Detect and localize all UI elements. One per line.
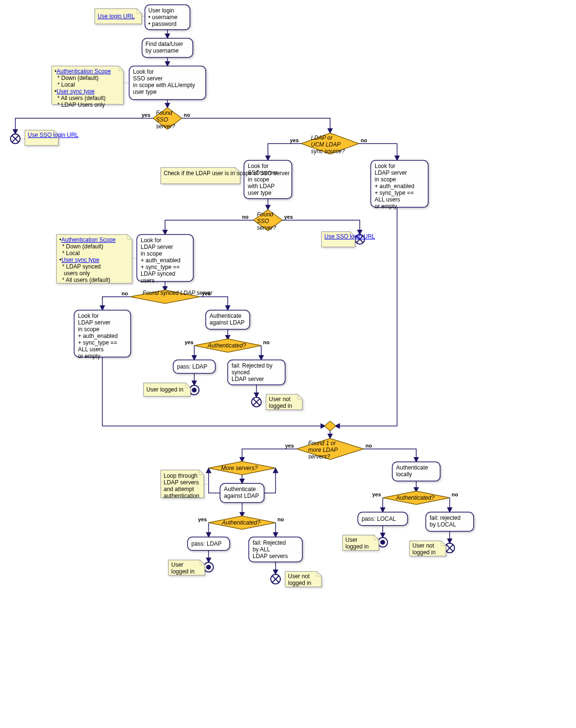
svg-text:yes: yes [202,291,210,296]
svg-text:yes: yes [198,516,207,522]
t-failSynced: fail: Rejected by [232,362,272,369]
svg-text:Authenticateagainst LDAP: Authenticateagainst LDAP [224,486,259,499]
t-authLdap1: Authenticate [210,313,242,319]
svg-text:no: no [452,492,458,497]
svg-text:pass: LOCAL: pass: LOCAL [362,515,396,522]
t-d-found1more: Found 1 or [308,440,336,447]
t-authLdap2: Authenticate [224,486,256,493]
t-failAll: fail: Rejected [253,539,286,546]
t-lookSsoAll: Look for [133,68,154,75]
t-n-ssoUrl2[interactable]: Use SSO login URL [324,233,375,240]
t-failLocal: fail: rejected [430,515,461,521]
t-d-more: More servers? [221,465,258,471]
svg-text:yes: yes [285,443,294,448]
svg-text:Authenticateagainst LDAP: Authenticateagainst LDAP [210,313,244,326]
svg-text:no: no [242,214,249,220]
t-n-loginUrl[interactable]: Use login URL [98,13,135,20]
svg-text:User logged in: User logged in [146,386,183,393]
svg-text:Find data/Userby username: Find data/Userby username [145,41,183,54]
svg-text:User notlogged in: User notlogged in [412,542,436,556]
t-n-loop: Loop through [164,472,198,479]
svg-text:Authenticated?: Authenticated? [396,494,434,501]
svg-text:User notlogged in: User notlogged in [269,396,292,409]
svg-text:no: no [277,516,284,522]
t-d-auth2: Authenticated? [222,519,260,526]
t-find: Find data/User [145,41,183,47]
svg-text:yes: yes [290,137,299,143]
svg-text:User login• username• password: User login• username• password [148,7,177,27]
svg-point-31 [192,388,197,392]
svg-text:no: no [122,291,128,296]
t-lookLdapAll2: Look for [78,313,99,319]
t-d-foundSso1: Found [156,110,172,116]
t-passLdap1: pass: LDAP [177,363,207,370]
svg-text:yes: yes [142,112,150,118]
t-lookSsoLdap: Look for [248,163,268,169]
merge [324,421,336,431]
flowchart: User login• username• password Use login… [0,0,576,728]
svg-text:no: no [366,443,372,448]
svg-point-66 [380,540,385,545]
svg-text:User notlogged in: User notlogged in [288,573,311,586]
svg-text:yes: yes [284,214,293,220]
t-lookLdapAll1: Look for [375,163,395,169]
svg-text:no: no [361,137,367,143]
t-lookLdapSynced: Look for [141,237,161,244]
svg-text:yes: yes [185,339,193,345]
svg-text:yes: yes [372,492,381,497]
t-start: User login [148,7,174,14]
t-n-ssoUrl1[interactable]: Use SSO login URL [28,132,78,138]
svg-text:fail: rejectedby LOCAL: fail: rejectedby LOCAL [430,515,461,528]
svg-text:no: no [263,339,270,345]
svg-text:pass: LDAP: pass: LDAP [191,540,222,547]
t-d-syncSource: LDAP or [311,134,333,141]
svg-point-49 [206,565,211,570]
t-d-auth1: Authenticated? [207,342,246,349]
t-d-foundSso2: Found [257,211,273,218]
t-n-checkLdap: Check if the LDAP user is in scope of SS… [164,170,289,177]
svg-text:no: no [184,112,190,118]
t-authLocal: Authenticate [396,464,428,471]
